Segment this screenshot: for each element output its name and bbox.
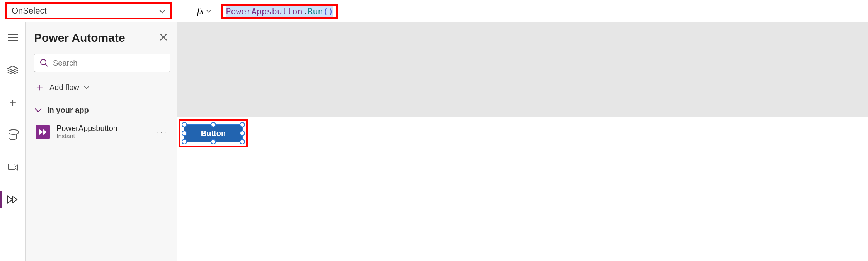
resize-handle-bl[interactable] xyxy=(182,139,187,144)
chevron-down-icon xyxy=(206,9,211,13)
close-button[interactable] xyxy=(157,30,170,45)
plus-icon: ＋ xyxy=(7,97,19,108)
in-your-app-section[interactable]: In your app xyxy=(34,106,170,115)
add-flow-button[interactable]: ＋ Add flow xyxy=(34,79,170,96)
formula-bar[interactable]: PowerAppsbutton.Run() xyxy=(217,0,868,22)
media-button[interactable] xyxy=(6,161,19,174)
equals-label: = xyxy=(172,0,192,22)
power-automate-panel: Power Automate ＋ Add flow In your app Po… xyxy=(26,22,177,261)
svg-point-1 xyxy=(41,59,46,65)
flow-subtitle: Instant xyxy=(56,133,149,140)
canvas-screen[interactable]: Button xyxy=(177,117,868,261)
flow-name: PowerAppsbutton xyxy=(56,124,149,133)
layers-icon xyxy=(7,66,18,74)
plus-icon: ＋ xyxy=(35,81,45,94)
selected-control[interactable]: Button xyxy=(184,125,242,142)
canvas-background: Button xyxy=(177,22,868,261)
power-automate-button[interactable] xyxy=(6,193,19,206)
hamburger-button[interactable] xyxy=(6,31,19,44)
resize-handle-mr[interactable] xyxy=(240,130,245,136)
button-annotation: Button xyxy=(179,119,248,147)
resize-handle-bm[interactable] xyxy=(211,139,216,144)
in-your-app-label: In your app xyxy=(47,106,89,115)
resize-handle-tr[interactable] xyxy=(240,122,245,127)
data-button[interactable] xyxy=(6,128,19,141)
formula-object: PowerAppsbutton xyxy=(226,7,303,16)
formula-highlight: PowerAppsbutton.Run() xyxy=(221,4,338,19)
panel-title: Power Automate xyxy=(34,31,125,44)
close-icon xyxy=(160,33,167,41)
fx-icon: fx xyxy=(197,6,204,16)
database-icon xyxy=(9,129,17,140)
chevron-down-icon xyxy=(35,108,42,113)
property-name: OnSelect xyxy=(12,6,47,16)
chevron-down-icon xyxy=(159,6,165,16)
left-rail: ＋ xyxy=(0,22,26,261)
flow-item[interactable]: PowerAppsbutton Instant ··· xyxy=(34,122,170,142)
search-box[interactable] xyxy=(34,54,170,72)
formula-member: Run xyxy=(308,7,323,16)
search-input[interactable] xyxy=(53,59,165,68)
resize-handle-ml[interactable] xyxy=(182,130,187,136)
svg-rect-0 xyxy=(8,164,15,169)
search-icon xyxy=(40,59,48,67)
resize-handle-tl[interactable] xyxy=(182,122,187,127)
fx-expand-button[interactable]: fx xyxy=(192,0,217,22)
tree-view-button[interactable] xyxy=(6,63,19,76)
flow-more-button[interactable]: ··· xyxy=(155,125,169,139)
insert-button[interactable]: ＋ xyxy=(6,96,19,109)
media-icon xyxy=(8,163,18,171)
chevron-down-icon xyxy=(84,86,89,90)
powerapps-flow-icon xyxy=(36,125,50,139)
add-flow-label: Add flow xyxy=(49,83,79,92)
flow-icon xyxy=(7,195,19,204)
resize-handle-tm[interactable] xyxy=(211,122,216,127)
resize-handle-br[interactable] xyxy=(240,139,245,144)
hamburger-icon xyxy=(8,34,18,41)
property-selector[interactable]: OnSelect xyxy=(5,2,172,19)
